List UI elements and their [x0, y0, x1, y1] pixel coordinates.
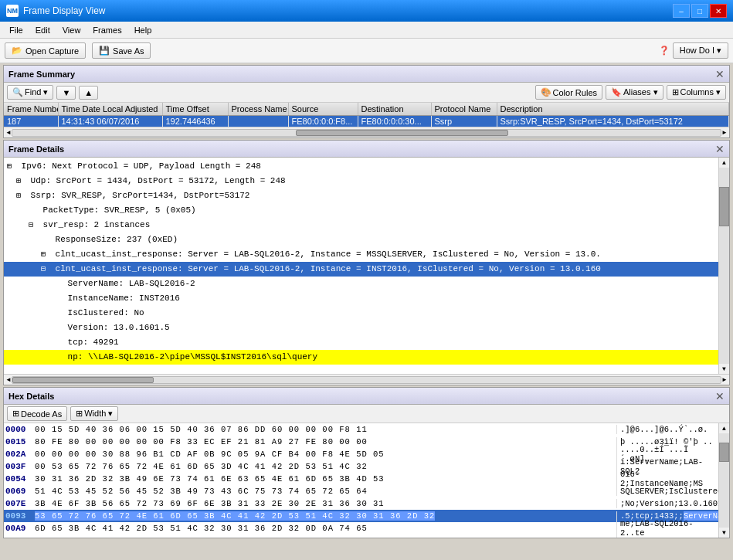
scroll-thumb[interactable]: [719, 187, 729, 226]
scroll-body[interactable]: [719, 168, 729, 364]
hex-details-close[interactable]: ✕: [715, 391, 725, 402]
detail-text-0: Ipv6: Next Protocol = UDP, Payload Lengt…: [22, 161, 261, 171]
close-button[interactable]: ✕: [710, 4, 727, 18]
hex-bytes-6: 3B 4E 6F 3B 56 65 72 73 69 6F 6E 3B 31 3…: [35, 499, 616, 508]
detail-line-1[interactable]: ⊞ Udp: SrcPort = 1434, DstPort = 53172, …: [4, 174, 718, 188]
hex-scroll-body[interactable]: [719, 433, 729, 528]
expand-icon-1[interactable]: ⊞: [16, 175, 25, 188]
detail-text-8: ServerName: LAB-SQL2016-2: [68, 279, 195, 288]
aliases-button[interactable]: 🔖 Aliases ▾: [606, 85, 663, 100]
color-rules-button[interactable]: 🎨 Color Rules: [535, 85, 602, 100]
details-scrollbar[interactable]: ▲ ▼: [718, 158, 729, 374]
columns-button[interactable]: ⊞ Columns ▾: [667, 85, 726, 100]
maximize-button[interactable]: □: [691, 4, 708, 18]
detail-text-3: PacketType: SVR_RESP, 5 (0x05): [43, 205, 196, 215]
decode-as-button[interactable]: ⊞ Decode As: [7, 406, 67, 421]
detail-line-10[interactable]: IsClustered: No: [4, 306, 718, 321]
frame-summary-panel: Frame Summary ✕ 🔍 Find ▾ ▼ ▲ 🎨 Color Rul…: [3, 65, 730, 138]
frame-details-content[interactable]: ⊞ Ipv6: Next Protocol = UDP, Payload Len…: [4, 158, 729, 374]
col-description[interactable]: Description: [497, 103, 729, 116]
menu-edit[interactable]: Edit: [29, 24, 56, 36]
down-arrow-icon: ▼: [62, 88, 70, 97]
details-scrollbar-thumb[interactable]: [12, 377, 154, 383]
detail-text-7: clnt_ucast_inst_response: Server = LAB-S…: [56, 264, 601, 273]
menu-view[interactable]: View: [56, 24, 87, 36]
detail-line-7[interactable]: ⊟ clnt_ucast_inst_response: Server = LAB…: [4, 262, 718, 277]
detail-line-5[interactable]: ResponseSize: 237 (0xED): [4, 232, 718, 247]
hex-bytes-3: 00 53 65 72 76 65 72 4E 61 6D 65 3D 4C 4…: [35, 462, 616, 471]
detail-line-8[interactable]: ServerName: LAB-SQL2016-2: [4, 277, 718, 291]
details-scrollbar-h[interactable]: ◄ ►: [4, 374, 729, 385]
hex-line-6: 007E 3B 4E 6F 3B 56 65 72 73 69 6F 6E 3B…: [4, 497, 718, 510]
summary-scrollbar[interactable]: ◄ ►: [4, 127, 729, 137]
detail-line-11[interactable]: Version: 13.0.1601.5: [4, 321, 718, 335]
hex-scroll-thumb[interactable]: [719, 443, 729, 461]
scroll-left-arrow[interactable]: ◄: [5, 376, 12, 383]
save-as-button[interactable]: 💾 Save As: [92, 42, 151, 59]
width-button[interactable]: ⊞ Width ▾: [70, 406, 118, 421]
col-time-offset[interactable]: Time Offset: [162, 103, 228, 116]
detail-line-0[interactable]: ⊞ Ipv6: Next Protocol = UDP, Payload Len…: [4, 159, 718, 174]
hex-ascii-0: .]@6...]@6..Ý`..ø.: [616, 425, 717, 434]
col-time-date[interactable]: Time Date Local Adjusted: [58, 103, 162, 116]
detail-line-13[interactable]: np: \\LAB-SQL2016-2\pipe\MSSQL$INST2016\…: [4, 350, 718, 365]
hex-bytes-2: 00 00 00 00 30 88 96 B1 CD AF 0B 9C 05 9…: [35, 450, 616, 459]
expand-icon-6[interactable]: ⊞: [41, 249, 50, 261]
expand-icon-4[interactable]: ⊟: [29, 219, 38, 232]
frame-details-close[interactable]: ✕: [715, 144, 725, 154]
scroll-down-arrow[interactable]: ▼: [721, 364, 728, 374]
aliases-label: Aliases ▾: [623, 87, 658, 97]
detail-line-4[interactable]: ⊟ svr_resp: 2 instances: [4, 218, 718, 232]
col-frame-number[interactable]: Frame Number: [4, 103, 58, 116]
hex-content[interactable]: 0000 00 15 5D 40 36 06 00 15 5D 40 36 07…: [4, 423, 729, 538]
scroll-up-arrow[interactable]: ▲: [721, 158, 728, 168]
col-destination[interactable]: Destination: [358, 103, 431, 116]
hex-line-8: 00A9 6D 65 3B 4C 41 42 2D 53 51 4C 32 30…: [4, 522, 718, 535]
find-button[interactable]: 🔍 Find ▾: [7, 85, 53, 100]
frame-details-panel: Frame Details ✕ ⊞ Ipv6: Next Protocol = …: [3, 140, 730, 385]
hex-toolbar: ⊞ Decode As ⊞ Width ▾: [4, 405, 729, 423]
col-process-name[interactable]: Process Name: [228, 103, 288, 116]
frame-table-wrapper[interactable]: Frame Number Time Date Local Adjusted Ti…: [4, 103, 729, 127]
menu-file[interactable]: File: [3, 24, 29, 36]
up-arrow-icon: ▲: [84, 88, 93, 97]
down-arrow-button[interactable]: ▼: [56, 86, 76, 100]
hex-line-1: 0015 80 FE 80 00 00 00 00 00 F8 33 EC EF…: [4, 436, 718, 448]
detail-text-11: Version: 13.0.1601.5: [68, 323, 170, 332]
frame-summary-close[interactable]: ✕: [715, 69, 725, 80]
hex-bytes-7: 53 65 72 76 65 72 4E 61 6D 65 3B 4C 41 4…: [35, 511, 616, 521]
minimize-button[interactable]: –: [673, 4, 690, 18]
hex-scroll-up-arrow[interactable]: ▲: [721, 423, 728, 433]
open-capture-button[interactable]: 📂 Open Capture: [5, 42, 86, 59]
scroll-right-arrow[interactable]: ►: [721, 376, 728, 383]
hex-scroll-down-arrow[interactable]: ▼: [721, 528, 728, 538]
detail-line-2[interactable]: ⊞ Ssrp: SVR_RESP, SrcPort=1434, DstPort=…: [4, 188, 718, 203]
detail-line-3[interactable]: PacketType: SVR_RESP, 5 (0x05): [4, 203, 718, 218]
col-source[interactable]: Source: [288, 103, 358, 116]
details-scrollbar-track[interactable]: [12, 376, 721, 384]
detail-line-9[interactable]: InstanceName: INST2016: [4, 291, 718, 306]
col-protocol[interactable]: Protocol Name: [431, 103, 497, 116]
save-as-label: Save As: [113, 46, 144, 56]
expand-icon-7[interactable]: ⊟: [41, 263, 50, 276]
detail-line-6[interactable]: ⊞ clnt_ucast_inst_response: Server = LAB…: [4, 247, 718, 262]
find-label: Find ▾: [25, 87, 48, 97]
scrollbar-track[interactable]: [12, 129, 721, 137]
table-row[interactable]: 187 14:31:43 06/07/2016 192.7446436 FE80…: [4, 116, 729, 127]
scroll-left-arrow[interactable]: ◄: [5, 129, 12, 136]
decode-as-label: Decode As: [21, 409, 62, 419]
scroll-right-arrow[interactable]: ►: [721, 129, 728, 136]
menu-help[interactable]: Help: [128, 24, 158, 36]
expand-icon-2[interactable]: ⊞: [16, 190, 25, 202]
hex-scrollbar[interactable]: ▲ ▼: [718, 423, 729, 538]
hex-offset-1: 0015: [5, 437, 35, 446]
detail-line-12[interactable]: tcp: 49291: [4, 335, 718, 350]
expand-icon-13: [53, 351, 63, 364]
scrollbar-thumb[interactable]: [296, 130, 508, 136]
hex-line-5: 0069 51 4C 53 45 52 56 45 52 3B 49 73 43…: [4, 485, 718, 497]
how-do-i-button[interactable]: How Do I ▾: [673, 42, 728, 59]
expand-icon-0[interactable]: ⊞: [7, 161, 16, 173]
window-title: Frame Display View: [23, 5, 105, 16]
menu-frames[interactable]: Frames: [87, 24, 127, 36]
up-arrow-button[interactable]: ▲: [79, 86, 98, 100]
